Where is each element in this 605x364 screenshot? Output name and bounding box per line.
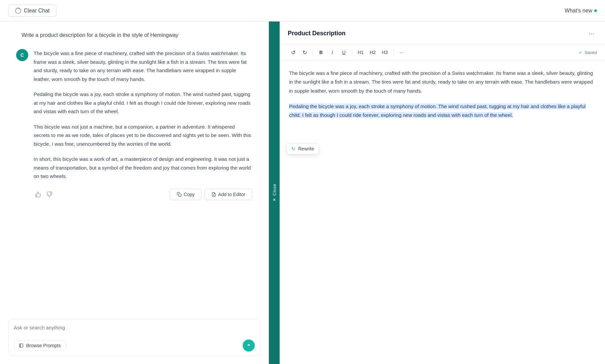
assistant-text: The bicycle was a fine piece of machiner… [34,49,252,181]
chat-input[interactable] [14,325,255,335]
toolbar-more-button[interactable]: ··· [396,47,407,58]
toolbar-divider-3 [393,49,394,56]
sidebar-close-strip[interactable]: Close [269,21,280,364]
svg-rect-3 [19,344,23,348]
toolbar-divider-2 [352,49,352,56]
browse-prompts-button[interactable]: Browse Prompts [14,340,66,351]
add-to-editor-label: Add to Editor [218,192,245,197]
whats-new-label: What's new [565,8,592,14]
topbar: Clear Chat What's new [0,0,605,21]
response-para-1: The bicycle was a fine piece of machiner… [34,49,252,83]
clear-chat-button[interactable]: Clear Chat [8,5,56,17]
message-actions: Copy Add to Editor [34,186,252,200]
editor-text: The bicycle was a fine piece of machiner… [289,69,596,120]
chat-input-footer: Browse Prompts [14,339,255,352]
thumbs-up-button[interactable] [34,190,42,199]
notification-dot [594,9,597,12]
chat-input-container: Browse Prompts [8,319,260,356]
editor-content[interactable]: The bicycle was a fine piece of machiner… [280,61,605,364]
editor-title: Product Description [288,30,346,37]
editor-panel: Product Description ··· ↺ ↻ B I U H1 H2 … [280,21,605,364]
editor-more-button[interactable]: ··· [586,28,597,39]
assistant-message: C The bicycle was a fine piece of machin… [16,49,252,200]
svg-rect-0 [179,194,182,196]
editor-para-2: Pedaling the bicycle was a joy, each str… [289,102,596,120]
h2-button[interactable]: H2 [367,47,378,58]
add-to-editor-button[interactable]: Add to Editor [204,189,252,200]
highlighted-text: Pedaling the bicycle was a joy, each str… [289,103,586,118]
editor-toolbar: ↺ ↻ B I U H1 H2 H3 ··· ✓ Saved [280,44,605,61]
rewrite-popup[interactable]: ↻ Rewrite [286,143,319,154]
editor-para-1: The bicycle was a fine piece of machiner… [289,69,596,95]
action-buttons: Copy Add to Editor [170,189,252,200]
saved-check-icon: ✓ [579,50,582,55]
vote-actions [34,190,54,199]
assistant-content: The bicycle was a fine piece of machiner… [34,49,252,200]
h3-button[interactable]: H3 [379,47,391,58]
undo-button[interactable]: ↺ [288,47,298,58]
avatar: C [16,49,28,61]
user-message: Write a product description for a bicycl… [16,32,252,38]
response-para-4: In short, this bicycle was a work of art… [34,155,252,181]
italic-button[interactable]: I [327,47,338,58]
rewrite-icon: ↻ [291,146,295,151]
spinner-icon [15,8,21,14]
response-para-3: This bicycle was not just a machine, but… [34,123,252,148]
thumbs-down-button[interactable] [45,190,54,199]
saved-label: Saved [584,50,597,55]
underline-button[interactable]: U [338,47,349,58]
browse-prompts-label: Browse Prompts [26,343,61,348]
user-message-text: Write a product description for a bicycl… [22,32,178,38]
send-button[interactable] [243,339,255,352]
whats-new-button[interactable]: What's new [565,8,597,14]
redo-button[interactable]: ↻ [299,47,310,58]
rewrite-label: Rewrite [298,146,314,151]
chat-input-area: Browse Prompts [0,314,269,364]
copy-label: Copy [184,192,195,197]
bold-button[interactable]: B [316,47,326,58]
h1-button[interactable]: H1 [355,47,366,58]
saved-indicator: ✓ Saved [579,50,597,55]
toolbar-divider-1 [313,49,313,56]
chat-panel: Write a product description for a bicycl… [0,21,269,364]
chat-messages: Write a product description for a bicycl… [0,21,269,314]
response-para-2: Pedaling the bicycle was a joy, each str… [34,90,252,116]
main-layout: Write a product description for a bicycl… [0,21,605,364]
copy-button[interactable]: Copy [170,189,202,200]
editor-header: Product Description ··· [280,21,605,44]
close-panel-label: Close [272,184,277,202]
clear-chat-label: Clear Chat [24,8,49,14]
